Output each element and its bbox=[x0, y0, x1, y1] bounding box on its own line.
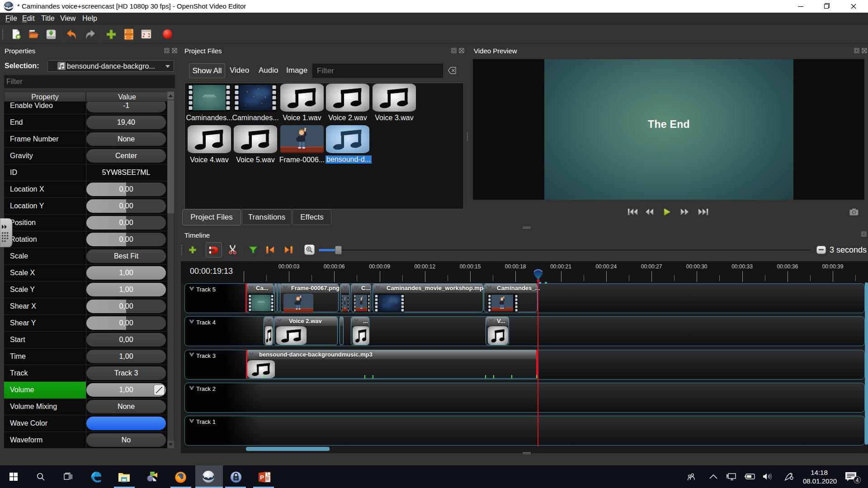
svg-text:P: P bbox=[260, 474, 264, 481]
svg-text:4: 4 bbox=[856, 477, 859, 483]
